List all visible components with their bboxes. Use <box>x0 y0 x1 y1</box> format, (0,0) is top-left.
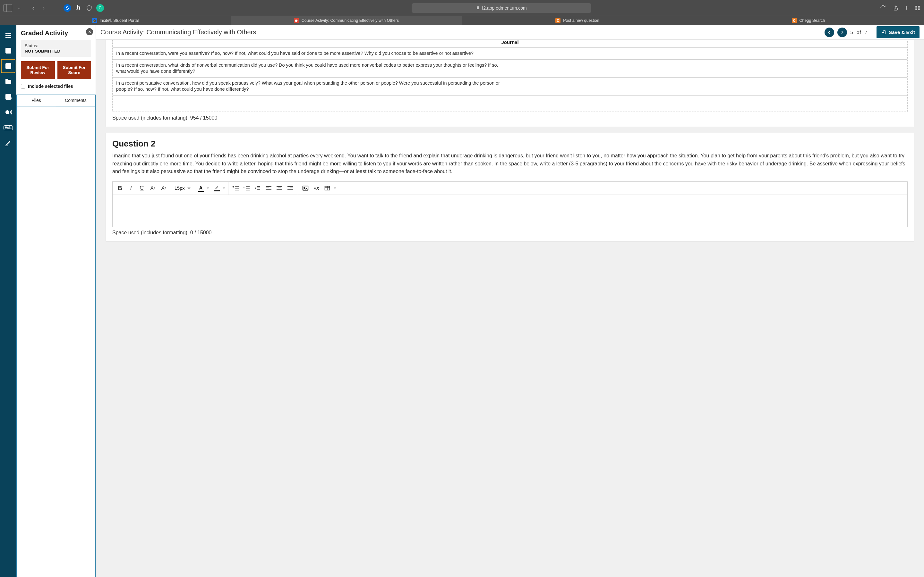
bullet-list-button[interactable] <box>230 182 241 195</box>
browser-tab-2[interactable]: C Post a new question <box>462 16 693 25</box>
rail-graded-activity-icon[interactable] <box>1 59 15 73</box>
journal-a3[interactable] <box>510 77 907 95</box>
tab-label: Course Activity: Communicating Effective… <box>302 18 399 23</box>
journal-table: Journal In a recent conversation, were y… <box>113 40 907 95</box>
panel-tabs: Files Comments <box>16 95 95 106</box>
svg-rect-22 <box>276 186 282 187</box>
svg-rect-18 <box>257 189 260 190</box>
svg-point-14 <box>5 110 9 114</box>
svg-rect-24 <box>276 189 282 190</box>
browser-tab-strip: 🎓 Incite® Student Portal ⬣ Course Activi… <box>0 16 924 25</box>
svg-rect-15 <box>5 145 8 146</box>
svg-rect-23 <box>278 188 281 189</box>
highlight-color-button[interactable] <box>212 185 222 191</box>
prev-page-button[interactable] <box>825 27 834 37</box>
tab-dropdown-button[interactable]: ⌄ <box>15 3 24 13</box>
subscript-button[interactable]: X2 <box>158 182 169 195</box>
tab-label: Chegg Search <box>800 18 825 23</box>
number-list-button[interactable] <box>241 182 252 195</box>
highlight-color-dropdown[interactable] <box>222 186 226 190</box>
svg-rect-0 <box>915 6 917 7</box>
journal-q3: In a recent persuasive conversation, how… <box>113 77 510 95</box>
submit-for-review-button[interactable]: Submit For Review <box>21 61 55 79</box>
status-label: Status: <box>25 43 87 48</box>
save-exit-button[interactable]: Save & Exit <box>877 26 919 38</box>
tab-overview-icon[interactable] <box>914 5 921 11</box>
extension-icons: S h G <box>63 4 104 12</box>
url-bar[interactable]: f2.app.edmentum.com <box>412 3 591 13</box>
question2-body: Imagine that you just found out one of y… <box>112 152 908 176</box>
side-panel: Graded Activity ✕ Status: NOT SUBMITTED … <box>16 25 96 577</box>
align-right-button[interactable] <box>285 182 296 195</box>
svg-rect-17 <box>257 188 260 189</box>
next-page-button[interactable] <box>837 27 847 37</box>
back-button[interactable]: ‹ <box>29 3 38 13</box>
insert-table-button[interactable] <box>322 182 333 195</box>
align-left-button[interactable] <box>263 182 274 195</box>
svg-rect-21 <box>266 189 271 190</box>
new-tab-icon[interactable]: + <box>903 5 910 11</box>
font-color-button[interactable]: A <box>196 185 206 192</box>
svg-rect-3 <box>918 8 920 10</box>
journal-a2[interactable] <box>510 59 907 77</box>
tab-favicon-2: C <box>556 18 561 23</box>
journal-space-used: Space used (includes formatting): 954 / … <box>112 115 908 121</box>
bold-button[interactable]: B <box>115 182 126 195</box>
svg-rect-1 <box>918 6 920 7</box>
browser-tab-0[interactable]: 🎓 Incite® Student Portal <box>0 16 231 25</box>
outdent-button[interactable] <box>252 182 263 195</box>
rail-audio-icon[interactable] <box>0 105 16 120</box>
svg-rect-8 <box>5 37 7 38</box>
superscript-button[interactable]: X2 <box>147 182 158 195</box>
editor-textarea[interactable] <box>113 195 907 227</box>
browser-tab-3[interactable]: C Chegg Search <box>693 16 924 25</box>
tab-comments[interactable]: Comments <box>56 95 95 106</box>
svg-rect-27 <box>288 189 293 190</box>
svg-rect-2 <box>915 8 917 10</box>
sidebar-toggle-button[interactable] <box>3 3 12 13</box>
tab-label: Incite® Student Portal <box>100 18 139 23</box>
journal-heading: Journal <box>113 40 907 48</box>
font-color-dropdown[interactable] <box>206 186 210 190</box>
rail-menu-icon[interactable] <box>0 27 16 43</box>
browser-tab-1[interactable]: ⬣ Course Activity: Communicating Effecti… <box>231 16 462 25</box>
extension-grammarly-icon[interactable]: G <box>96 4 104 12</box>
rail-folder-icon[interactable] <box>0 74 16 89</box>
underline-button[interactable]: U <box>136 182 147 195</box>
extension-s-icon[interactable]: S <box>63 4 71 12</box>
font-size-select[interactable]: 15px <box>171 182 194 195</box>
share-icon[interactable] <box>893 5 899 11</box>
reload-button[interactable] <box>879 3 887 13</box>
journal-a1[interactable] <box>510 48 907 60</box>
svg-rect-19 <box>266 186 271 187</box>
url-text: f2.app.edmentum.com <box>482 5 527 11</box>
insert-equation-button[interactable]: √x <box>311 182 322 195</box>
rail-dictionary-icon[interactable]: Aa <box>0 89 16 105</box>
insert-table-dropdown[interactable] <box>333 186 337 190</box>
svg-rect-16 <box>257 186 260 187</box>
journal-q2: In a recent conversation, what kinds of … <box>113 59 510 77</box>
status-box: Status: NOT SUBMITTED <box>21 40 91 57</box>
italic-button[interactable]: I <box>126 182 136 195</box>
extension-honey-icon[interactable]: h <box>74 4 82 12</box>
tab-files[interactable]: Files <box>17 95 56 106</box>
rail-highlighter-icon[interactable] <box>0 135 16 151</box>
forward-button[interactable]: › <box>39 3 48 13</box>
panel-content <box>16 106 95 577</box>
svg-rect-26 <box>290 188 294 189</box>
submit-for-score-button[interactable]: Submit For Score <box>57 61 91 79</box>
tab-favicon-3: C <box>792 18 797 23</box>
question2-editor: B I U X2 X2 15px A <box>112 181 908 227</box>
shield-icon[interactable] <box>86 4 93 12</box>
journal-editor-area[interactable]: Journal In a recent conversation, were y… <box>112 40 908 112</box>
rail-compose-icon[interactable] <box>0 43 16 58</box>
rail-translate-icon[interactable]: Hola <box>0 120 16 135</box>
left-icon-rail: Aa Hola <box>0 25 16 577</box>
tab-label: Post a new question <box>563 18 599 23</box>
close-panel-button[interactable]: ✕ <box>86 28 93 35</box>
insert-image-button[interactable] <box>300 182 311 195</box>
content-scroll[interactable]: Journal In a recent conversation, were y… <box>96 40 924 577</box>
include-files-checkbox[interactable] <box>21 84 25 89</box>
include-files-label: Include selected files <box>28 84 73 89</box>
align-center-button[interactable] <box>274 182 285 195</box>
